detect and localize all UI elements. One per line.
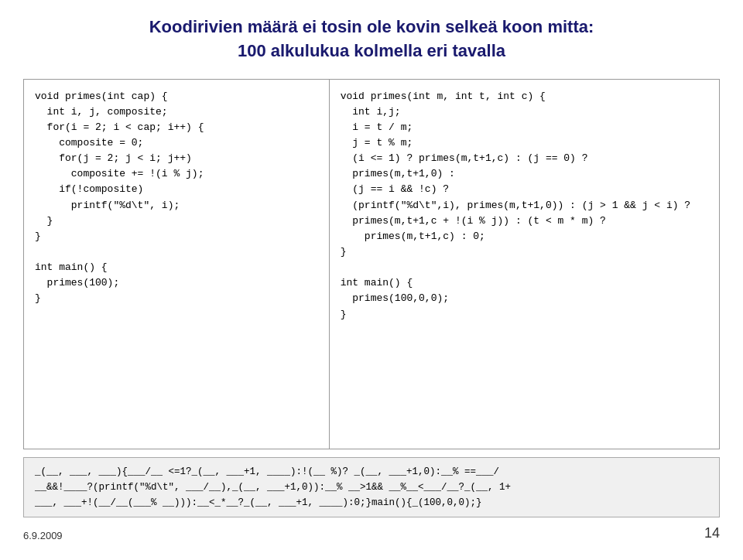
page-container: Koodirivien määrä ei tosin ole kovin sel… [0,0,743,560]
obfuscated-code-bar: _(__, ___, ___){___/__ <=1?_(__, ___+1, … [23,457,720,517]
code-panel-left: void primes(int cap) { int i, j, composi… [23,79,330,449]
title-area: Koodirivien määrä ei tosin ole kovin sel… [23,15,720,63]
code-panel-right: void primes(int m, int t, int c) { int i… [330,79,720,449]
footer-date: 6.9.2009 [23,530,63,541]
slide-title: Koodirivien määrä ei tosin ole kovin sel… [23,15,720,63]
footer-page-number: 14 [704,525,720,541]
code-panels: void primes(int cap) { int i, j, composi… [23,79,720,449]
footer: 6.9.2009 14 [23,525,720,545]
